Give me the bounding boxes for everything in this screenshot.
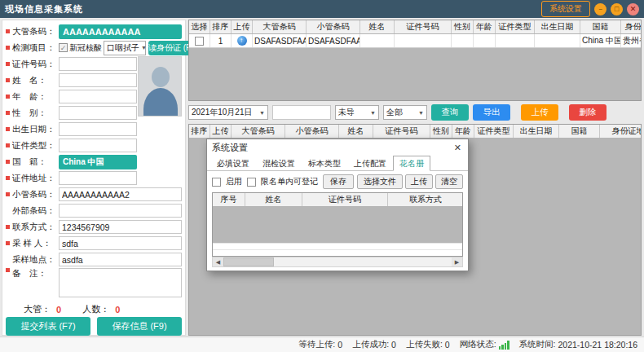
- table2-column-header[interactable]: 证件类型: [474, 125, 514, 138]
- history-table-header-row: 排序上传大管条码小管条码姓名证件号码性别年龄证件类型出生日期国籍身份证地址: [189, 125, 641, 139]
- roster-only-checkbox[interactable]: [247, 178, 256, 187]
- dialog-tab[interactable]: 花名册: [393, 156, 430, 171]
- contact-input[interactable]: [59, 220, 182, 234]
- table1-column-header[interactable]: 姓名: [360, 20, 395, 33]
- photo-head-silhouette: [152, 67, 170, 87]
- dialog-upload-button[interactable]: 上传: [405, 174, 433, 189]
- table1-cell[interactable]: DSAFASDFAAAS1: [307, 34, 360, 47]
- age-input[interactable]: [59, 90, 137, 103]
- dialog-save-button[interactable]: 保存: [323, 174, 354, 189]
- table2-column-header[interactable]: 大管条码: [232, 125, 285, 138]
- table1-cell[interactable]: [395, 34, 452, 47]
- table1-cell[interactable]: [360, 34, 395, 47]
- id-number-input[interactable]: [59, 57, 137, 71]
- table1-column-header[interactable]: 证件类型: [496, 20, 535, 33]
- small-barcode-input[interactable]: [59, 187, 182, 201]
- table1-column-header[interactable]: 排序: [210, 20, 232, 33]
- table2-column-header[interactable]: 身份证地址: [600, 125, 642, 138]
- table1-cell[interactable]: [452, 34, 474, 47]
- sample-place-input[interactable]: [59, 253, 182, 266]
- table1-cell[interactable]: [189, 34, 210, 47]
- table1-column-header[interactable]: 选择: [189, 20, 210, 33]
- scope-filter-select[interactable]: 全部 ▼: [383, 105, 427, 120]
- scroll-right-icon[interactable]: ▶: [452, 257, 462, 266]
- date-picker[interactable]: 2021年10月21日 ▼: [188, 105, 268, 120]
- dialog-tab[interactable]: 混检设置: [256, 156, 302, 170]
- upload-failed-value: 0: [445, 340, 450, 350]
- table1-cell[interactable]: [496, 34, 535, 47]
- table1-column-header[interactable]: 国籍: [580, 20, 621, 33]
- search-input[interactable]: [272, 105, 331, 120]
- close-icon[interactable]: ✕: [627, 3, 639, 15]
- dialog-clear-button[interactable]: 清空: [435, 174, 463, 189]
- external-barcode-input[interactable]: [59, 204, 182, 218]
- roster-file-buttons: 选择文件 上传 清空: [357, 174, 463, 189]
- enable-checkbox[interactable]: [212, 178, 221, 187]
- system-settings-dialog: 系统设置 ✕ 必填设置混检设置标本类型上传配置花名册 启用 限名单内可登记 保存…: [206, 139, 469, 271]
- gender-input[interactable]: [59, 106, 137, 120]
- scroll-left-icon[interactable]: ◀: [213, 257, 223, 266]
- table1-column-header[interactable]: 证件号码: [395, 20, 452, 33]
- required-marker: [6, 192, 10, 196]
- maximize-icon[interactable]: □: [611, 3, 623, 15]
- row-select-checkbox[interactable]: [195, 37, 204, 46]
- remark-textarea[interactable]: [59, 268, 182, 297]
- table2-column-header[interactable]: 证件号码: [373, 125, 430, 138]
- table1-column-header[interactable]: 小管条码: [307, 20, 360, 33]
- people-count-value: 0: [115, 305, 120, 315]
- swab-type-select[interactable]: 口咽拭子 ▼: [104, 41, 146, 55]
- table2-column-header[interactable]: 出生日期: [514, 125, 559, 138]
- table1-cell[interactable]: China 中国: [580, 34, 621, 47]
- birth-date-input[interactable]: [59, 122, 137, 136]
- submit-list-button[interactable]: 提交列表 (F7): [6, 317, 90, 336]
- table1-cell[interactable]: 1: [210, 34, 232, 47]
- id-photo: [138, 56, 182, 117]
- table2-column-header[interactable]: 性别: [430, 125, 452, 138]
- table1-column-header[interactable]: 出生日期: [535, 20, 580, 33]
- table1-cell[interactable]: 贵州省贵: [621, 34, 642, 47]
- table1-column-header[interactable]: 性别: [452, 20, 474, 33]
- roster-column-header[interactable]: 证件号码: [302, 193, 388, 206]
- dialog-tab[interactable]: 标本类型: [302, 156, 347, 170]
- roster-column-header[interactable]: 联系方式: [388, 193, 463, 206]
- table-row[interactable]: 1DSAFASDFAAASDSAFASDFAAAS1China 中国贵州省贵: [189, 34, 641, 48]
- table1-column-header[interactable]: 身份证地址: [621, 20, 642, 33]
- minimize-icon[interactable]: －: [594, 3, 607, 15]
- table1-column-header[interactable]: 年龄: [474, 20, 496, 33]
- system-settings-button[interactable]: 系统设置: [541, 1, 590, 17]
- table1-cell[interactable]: DSAFASDFAAAS: [253, 34, 307, 47]
- export-filter-select[interactable]: 未导 ▼: [335, 105, 379, 120]
- dialog-tab[interactable]: 必填设置: [210, 156, 256, 170]
- query-button[interactable]: 查询: [431, 104, 469, 121]
- table2-column-header[interactable]: 排序: [189, 125, 210, 138]
- field-id-address: 证件地址：: [6, 170, 182, 186]
- table2-column-header[interactable]: 上传: [210, 125, 232, 138]
- delete-button[interactable]: 删除: [569, 104, 607, 121]
- table2-column-header[interactable]: 国籍: [559, 125, 600, 138]
- table1-cell[interactable]: [535, 34, 580, 47]
- roster-column-header[interactable]: 序号: [213, 193, 245, 206]
- field-label: 国 籍：: [12, 156, 59, 168]
- dialog-close-icon[interactable]: ✕: [452, 143, 463, 153]
- sampler-input[interactable]: [59, 236, 182, 250]
- table2-column-header[interactable]: 年龄: [452, 125, 474, 138]
- table2-column-header[interactable]: 小管条码: [285, 125, 339, 138]
- save-info-button[interactable]: 保存信息 (F9): [97, 317, 182, 336]
- upload-button[interactable]: 上传: [521, 104, 558, 121]
- id-type-input[interactable]: [59, 139, 137, 152]
- scrollbar-thumb[interactable]: [223, 257, 274, 266]
- table1-cell[interactable]: [232, 34, 253, 47]
- table2-column-header[interactable]: 姓名: [339, 125, 373, 138]
- roster-column-header[interactable]: 姓名: [245, 193, 302, 206]
- choose-file-button[interactable]: 选择文件: [357, 174, 403, 189]
- table1-column-header[interactable]: 大管条码: [253, 20, 307, 33]
- name-input[interactable]: [59, 73, 137, 87]
- table1-column-header[interactable]: 上传: [232, 20, 253, 33]
- export-button[interactable]: 导出: [473, 104, 510, 121]
- id-address-input[interactable]: [59, 171, 137, 185]
- covid-test-checkbox[interactable]: [59, 43, 68, 52]
- horizontal-scrollbar[interactable]: ◀ ▶: [212, 257, 463, 267]
- query-toolbar: 2021年10月21日 ▼ 未导 ▼ 全部 ▼ 查询 导出 上传 删除: [188, 104, 642, 121]
- table1-cell[interactable]: [474, 34, 496, 47]
- dialog-tab[interactable]: 上传配置: [347, 156, 393, 170]
